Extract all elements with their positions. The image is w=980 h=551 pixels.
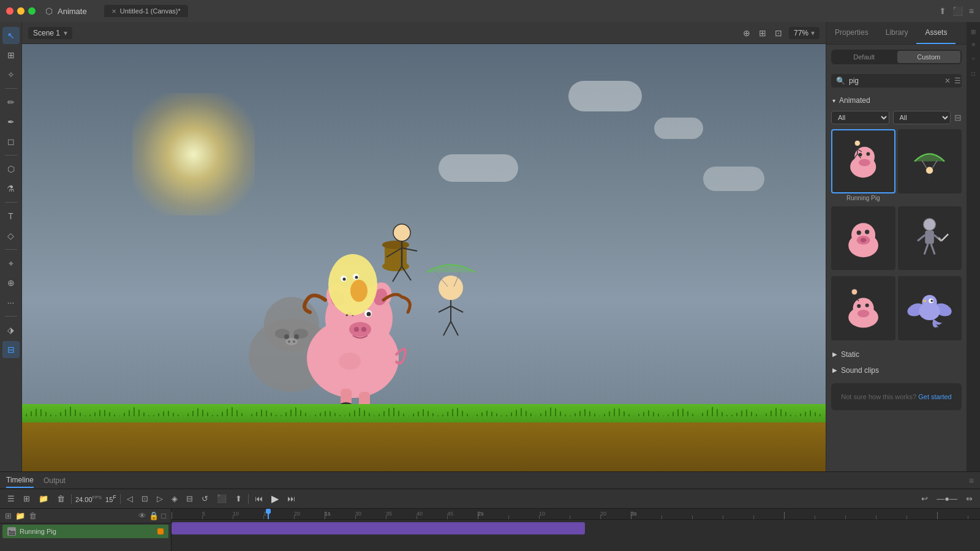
asset-label-2 xyxy=(898,193,962,197)
maximize-button[interactable] xyxy=(28,7,36,15)
onion-skin-icon[interactable]: ◈ xyxy=(169,493,180,504)
filter-select-1[interactable]: All xyxy=(831,111,889,124)
asset-thumb-4[interactable] xyxy=(898,206,962,271)
timeline-tab-output[interactable]: Output xyxy=(43,474,66,487)
snap-icon[interactable]: ⊕ xyxy=(741,26,752,40)
minimize-button[interactable] xyxy=(17,7,24,15)
menu-icon[interactable]: ≡ xyxy=(969,6,974,16)
motion-tween-icon[interactable]: ↺ xyxy=(199,493,211,504)
fullscreen-icon[interactable]: ⬛ xyxy=(952,6,963,16)
toolbar-separator-2 xyxy=(5,155,17,156)
tab-label: Untitled-1 (Canvas)* xyxy=(120,7,181,15)
timeline-tab-timeline[interactable]: Timeline xyxy=(6,473,34,488)
timeline-track[interactable]: 5 10 15 20 1s 30 35 40 45 2s 10 20 3s xyxy=(172,509,980,551)
tab-properties[interactable]: Properties xyxy=(826,22,877,44)
free-transform-tool[interactable]: ✧ xyxy=(2,66,20,83)
eyedropper-tool[interactable]: ⚗ xyxy=(2,180,20,197)
add-layer-icon[interactable]: ⊞ xyxy=(21,493,32,504)
search-input[interactable] xyxy=(849,77,941,85)
outline-tool-icon[interactable]: □ xyxy=(161,511,166,520)
add-folder-tool-icon[interactable]: 📁 xyxy=(15,511,25,520)
play-icon[interactable]: ▶ xyxy=(269,492,281,506)
zoom-control[interactable]: 77% ▾ xyxy=(789,27,820,39)
loop-icon[interactable]: ⬛ xyxy=(214,493,229,504)
zoom-tool[interactable]: ⊕ xyxy=(2,274,20,291)
eraser-tool[interactable]: ◻ xyxy=(2,133,20,150)
asset-label-4 xyxy=(898,270,962,274)
filter-select-2[interactable]: All xyxy=(893,111,951,124)
pencil-tool[interactable]: ✒ xyxy=(2,113,20,130)
far-right-btn-1[interactable]: ⊞ xyxy=(968,27,979,37)
app-icon: ⬡ xyxy=(45,6,53,16)
asset-thumb-3[interactable] xyxy=(831,206,895,271)
brush-tool[interactable]: ✏ xyxy=(2,94,20,111)
asset-thumb-2[interactable] xyxy=(898,129,962,193)
sound-clips-section-header[interactable]: ▶ Sound clips xyxy=(826,362,967,378)
filter-icon[interactable]: ⊟ xyxy=(954,113,962,122)
undo-icon[interactable]: ↩ xyxy=(919,493,930,504)
share-icon[interactable]: ⬆ xyxy=(939,6,946,16)
component-tool[interactable]: ⊟ xyxy=(2,341,20,358)
list-view-icon[interactable]: ☰ xyxy=(954,77,961,85)
guides-icon[interactable]: ⊡ xyxy=(773,26,784,40)
timeline-clip-main[interactable] xyxy=(172,522,585,534)
grid-icon[interactable]: ⊞ xyxy=(757,26,768,40)
static-section-header[interactable]: ▶ Static xyxy=(826,347,967,362)
timeline-playhead[interactable] xyxy=(268,509,269,519)
asset-thumb-5[interactable] xyxy=(831,276,895,340)
search-clear-icon[interactable]: ✕ xyxy=(944,77,951,85)
svg-line-73 xyxy=(924,244,928,254)
more-tools[interactable]: ··· xyxy=(2,294,20,311)
asset-label-5 xyxy=(831,340,895,344)
tab-assets[interactable]: Assets xyxy=(916,22,956,44)
add-folder-icon[interactable]: 📁 xyxy=(36,493,51,504)
shapes-tool[interactable]: ◇ xyxy=(2,227,20,244)
far-right-btn-4[interactable]: □ xyxy=(968,68,979,80)
toolbar-separator-5 xyxy=(5,316,17,317)
play-loop-icon[interactable]: ⏭ xyxy=(285,493,298,504)
hint-link[interactable]: Get started xyxy=(918,393,951,400)
far-right-btn-3[interactable]: ○ xyxy=(968,53,979,64)
grass-tufts xyxy=(22,404,826,416)
svg-point-82 xyxy=(851,289,858,295)
paint-tool[interactable]: ⬡ xyxy=(2,160,20,178)
add-layer-tool-icon[interactable]: ⊞ xyxy=(5,511,12,520)
prev-keyframe-icon[interactable]: ◁ xyxy=(124,493,135,504)
next-keyframe-icon[interactable]: ▷ xyxy=(154,493,165,504)
timeline-slider[interactable]: —●— xyxy=(934,493,960,504)
publish-icon[interactable]: ⬆ xyxy=(233,493,244,504)
eye-tool-icon[interactable]: 👁 xyxy=(138,511,146,520)
rewind-icon[interactable]: ⏮ xyxy=(252,493,265,504)
toggle-default[interactable]: Default xyxy=(832,51,896,63)
text-tool[interactable]: T xyxy=(2,208,20,225)
camera-tool[interactable]: ⌖ xyxy=(2,255,20,272)
select-tool[interactable]: ↖ xyxy=(2,27,20,44)
asset-thumb-1[interactable] xyxy=(831,129,895,193)
asset-thumb-6[interactable] xyxy=(898,276,962,340)
document-tab[interactable]: ✕ Untitled-1 (Canvas)* xyxy=(104,5,188,17)
delete-layer-icon[interactable]: 🗑 xyxy=(55,493,67,504)
hint-box: Not sure how this works? Get started xyxy=(831,383,962,410)
layers-icon[interactable]: ☰ xyxy=(5,493,17,504)
toggle-custom[interactable]: Custom xyxy=(897,51,961,63)
layer-tools: ⊞ 📁 🗑 👁 🔒 □ xyxy=(0,509,171,523)
transform-tool[interactable]: ⊞ xyxy=(2,47,20,64)
close-button[interactable] xyxy=(6,7,13,15)
lock-tool-icon[interactable]: 🔒 xyxy=(149,511,159,520)
far-right-btn-2[interactable]: ≡ xyxy=(968,40,979,49)
tab-library[interactable]: Library xyxy=(877,22,917,44)
frame-view-icon[interactable]: ⊟ xyxy=(184,493,195,504)
fit-icon[interactable]: ⇔ xyxy=(963,493,975,504)
scene-selector[interactable]: Scene 1 ▾ xyxy=(28,27,72,39)
svg-point-19 xyxy=(361,327,366,332)
layer-running-pig[interactable]: 🎬 Running Pig xyxy=(2,525,168,538)
animated-section-header[interactable]: ▾ Animated xyxy=(826,92,967,108)
timeline-collapse-icon[interactable]: ≡ xyxy=(969,476,974,485)
delete-layer-tool-icon[interactable]: 🗑 xyxy=(29,511,37,520)
canvas-viewport[interactable] xyxy=(22,44,826,471)
playhead-handle[interactable] xyxy=(266,509,271,514)
insert-frame-icon[interactable]: ⊡ xyxy=(139,493,151,504)
svg-line-43 xyxy=(451,306,463,312)
asset-tool[interactable]: ⬗ xyxy=(2,321,20,339)
tab-close[interactable]: ✕ xyxy=(111,8,116,15)
